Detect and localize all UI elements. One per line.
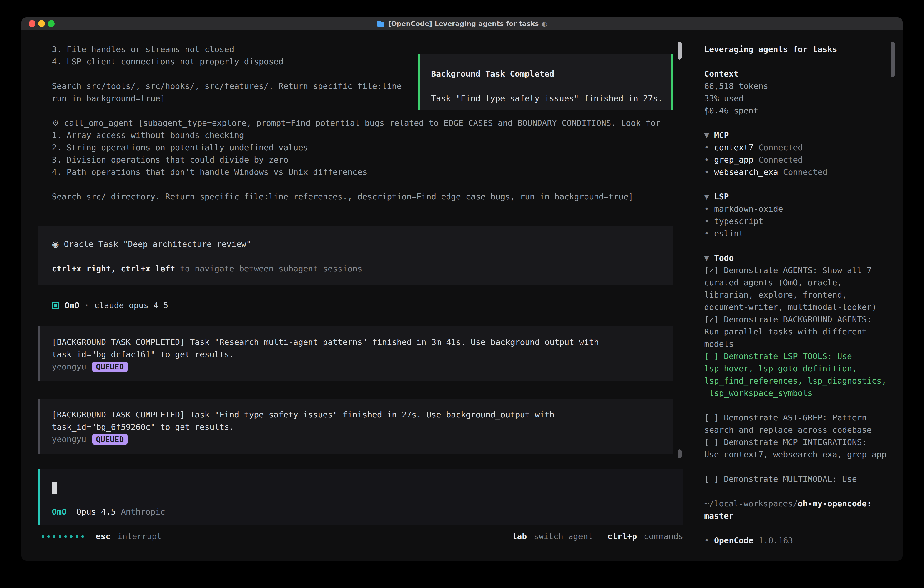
context-tokens: 66,518 tokens xyxy=(704,80,891,92)
minimize-button[interactable] xyxy=(38,20,45,27)
sidebar-scrollbar-thumb[interactable] xyxy=(891,41,895,77)
section-lsp-header[interactable]: ▼ LSP xyxy=(704,190,891,203)
message-author: yeongyu xyxy=(52,433,86,446)
chevron-down-icon: ▼ xyxy=(704,252,709,264)
context-spent: $0.46 spent xyxy=(704,105,891,117)
todo-item: [ ] Demonstrate LSP TOOLS: Use lsp_hover… xyxy=(704,350,891,399)
section-todo-header[interactable]: ▼ Todo xyxy=(704,252,891,264)
mcp-item: • grep_app Connected xyxy=(704,154,891,166)
chevron-down-icon: ▼ xyxy=(704,129,709,141)
agent-checkbox-icon xyxy=(52,302,59,309)
hint-keys: ctrl+x right, ctrl+x left xyxy=(52,264,175,273)
message-meta: yeongyu QUEUED xyxy=(52,433,673,446)
context-used: 33% used xyxy=(704,92,891,105)
mcp-item: • websearch_exa Connected xyxy=(704,166,891,178)
hint-text: to navigate between subagent sessions xyxy=(175,264,362,273)
mcp-item: • context7 Connected xyxy=(704,141,891,154)
gear-icon: ⚙ xyxy=(52,118,59,127)
terminal-line: 4. Path operations that don't handle Win… xyxy=(52,166,685,178)
fisheye-icon: ◉ xyxy=(52,239,59,249)
commands-label: commands xyxy=(644,530,683,543)
agent-name: OmO xyxy=(64,299,79,312)
window-title: [OpenCode] Leveraging agents for tasks xyxy=(388,20,539,28)
oracle-task-card: ◉ Oracle Task "Deep architecture review"… xyxy=(38,226,673,285)
tab-key-hint: tab xyxy=(512,530,527,543)
todo-item: [ ] Demonstrate MCP INTEGRATIONS: Use co… xyxy=(704,436,891,461)
spinner-icon: ◐ xyxy=(541,20,547,28)
dot-separator: · xyxy=(84,299,89,312)
close-button[interactable] xyxy=(29,20,35,27)
message-author: yeongyu xyxy=(52,361,86,373)
message-meta: yeongyu QUEUED xyxy=(52,361,673,373)
tool-name: call_omo_agent xyxy=(64,118,133,127)
esc-key-hint: esc xyxy=(96,530,111,543)
session-sidebar: Leveraging agents for tasks Context 66,5… xyxy=(704,30,891,547)
ctrlp-key-hint: ctrl+p xyxy=(607,530,637,543)
zoom-button[interactable] xyxy=(48,20,54,27)
terminal-line: 3. Division operations that could divide… xyxy=(52,154,685,166)
interrupt-label: interrupt xyxy=(117,530,162,543)
input-meta: OmO Opus 4.5 Anthropic xyxy=(52,506,165,518)
message-text: [BACKGROUND TASK COMPLETED] Task "Resear… xyxy=(52,336,673,349)
oracle-title-line: ◉ Oracle Task "Deep architecture review" xyxy=(52,238,673,250)
input-agent-label: OmO xyxy=(52,506,67,518)
chat-scrollbar-thumb[interactable] xyxy=(678,41,681,59)
background-task-toast: Background Task Completed Task "Find typ… xyxy=(418,54,673,110)
lsp-item: • eslint xyxy=(704,227,891,239)
oracle-hint: ctrl+x right, ctrl+x left to navigate be… xyxy=(52,263,673,275)
bullet-icon: • xyxy=(704,227,709,239)
toast-body: Task "Find type safety issues" finished … xyxy=(431,92,672,105)
message-text: task_id="bg_dcfac161" to get results. xyxy=(52,349,673,361)
tool-call-line: ⚙ call_omo_agent [subagent_type=explore,… xyxy=(52,117,685,129)
queued-badge: QUEUED xyxy=(92,434,127,444)
workspace-path: ~/local-workspaces/oh-my-opencode: maste… xyxy=(704,497,891,522)
terminal-line: 2. String operations on potentially unde… xyxy=(52,141,685,154)
message-text: [BACKGROUND TASK COMPLETED] Task "Find t… xyxy=(52,409,673,421)
section-mcp-header[interactable]: ▼ MCP xyxy=(704,129,891,141)
message-card: [BACKGROUND TASK COMPLETED] Task "Resear… xyxy=(38,326,673,381)
bullet-icon: • xyxy=(704,141,709,154)
folder-icon xyxy=(377,20,385,27)
todo-item: [✓] Demonstrate BACKGROUND AGENTS: Run p… xyxy=(704,313,891,350)
status-bar: esc interrupt tab switch agent ctrl+p co… xyxy=(41,530,683,543)
bullet-icon: • xyxy=(704,534,709,547)
input-model-label: Opus 4.5 xyxy=(76,506,116,518)
bullet-icon: • xyxy=(704,166,709,178)
bullet-icon: • xyxy=(704,215,709,227)
tool-args: [subagent_type=explore, prompt=Find pote… xyxy=(133,118,660,127)
switch-agent-label: switch agent xyxy=(534,530,593,543)
text-cursor xyxy=(52,482,57,494)
lsp-item: • markdown-oxide xyxy=(704,203,891,215)
input-provider-label: Anthropic xyxy=(121,506,165,518)
message-card: [BACKGROUND TASK COMPLETED] Task "Find t… xyxy=(38,399,673,454)
sidebar-title: Leveraging agents for tasks xyxy=(704,43,891,56)
oracle-title: Oracle Task "Deep architecture review" xyxy=(64,239,251,249)
chevron-down-icon: ▼ xyxy=(704,190,709,203)
bullet-icon: • xyxy=(704,154,709,166)
toast-title: Background Task Completed xyxy=(431,68,672,80)
chat-scrollbar-thumb-secondary[interactable] xyxy=(678,449,681,458)
queued-badge: QUEUED xyxy=(92,362,127,372)
todo-item: [ ] Demonstrate MULTIMODAL: Use xyxy=(704,473,891,485)
opencode-version: • OpenCode 1.0.163 xyxy=(704,534,891,547)
title-bar: [OpenCode] Leveraging agents for tasks ◐ xyxy=(21,17,903,30)
traffic-lights xyxy=(29,17,57,30)
spinner-dots xyxy=(41,535,87,538)
todo-item: [✓] Demonstrate AGENTS: Show all 7 curat… xyxy=(704,264,891,313)
path-prefix: ~/local-workspaces/ xyxy=(704,499,798,508)
agent-model: claude-opus-4-5 xyxy=(94,299,168,312)
bullet-icon: • xyxy=(704,203,709,215)
terminal-line xyxy=(52,178,685,190)
prompt-input[interactable]: OmO Opus 4.5 Anthropic xyxy=(38,469,683,525)
terminal-line: 1. Array access without bounds checking xyxy=(52,129,685,141)
lsp-item: • typescript xyxy=(704,215,891,227)
agent-header: OmO · claude-opus-4-5 xyxy=(52,299,685,312)
context-heading: Context xyxy=(704,68,891,80)
terminal-line: Search src/ directory. Return specific f… xyxy=(52,190,685,203)
terminal-window: [OpenCode] Leveraging agents for tasks ◐… xyxy=(21,17,903,561)
todo-item: [ ] Demonstrate AST-GREP: Pattern search… xyxy=(704,411,891,436)
message-text: task_id="bg_6f59260c" to get results. xyxy=(52,421,673,433)
